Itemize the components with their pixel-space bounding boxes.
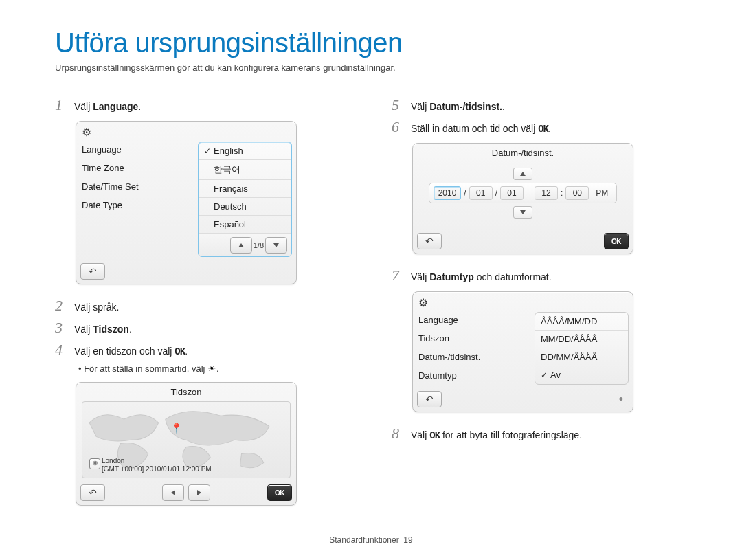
timezone-label: ❄ London [GMT +00:00] 2010/01/01 12:00 P… — [102, 457, 212, 473]
step-number: 8 — [392, 425, 404, 443]
dst-icon[interactable]: ❄ — [89, 458, 100, 469]
world-map[interactable]: 📍 ❄ London [GMT +00:00] 2010/01/01 12:00… — [82, 401, 291, 478]
value-up-button[interactable] — [513, 168, 532, 180]
step-3: 3 Välj Tidszon. — [55, 319, 350, 337]
chevron-down-icon — [273, 243, 279, 247]
settings-list: Language Time Zone Date/Time Set Date Ty… — [76, 140, 198, 260]
option-item[interactable]: ✓Av — [535, 366, 628, 383]
screen-datetype: ⚙ Language Tidszon Datum-/tidsinst. Datu… — [412, 291, 633, 412]
back-icon: ↶ — [425, 236, 434, 247]
page-down-button[interactable] — [265, 237, 287, 254]
step-1: 1 Välj Language. — [55, 96, 350, 114]
option-item[interactable]: 한국어 — [199, 160, 291, 180]
next-button[interactable] — [188, 484, 210, 501]
list-item[interactable]: Datumtyp — [418, 366, 532, 385]
screen-timezone: Tidszon 📍 ❄ London — [76, 382, 297, 506]
step-number: 6 — [392, 118, 404, 136]
chevron-right-icon — [197, 490, 201, 495]
step-number: 3 — [55, 319, 67, 337]
back-icon: ↶ — [89, 266, 97, 277]
back-icon: ↶ — [89, 487, 97, 498]
month-field[interactable]: 01 — [469, 186, 493, 200]
settings-list: Language Tidszon Datum-/tidsinst. Datumt… — [413, 311, 535, 388]
page-up-button[interactable] — [230, 237, 252, 254]
step-number: 5 — [392, 96, 404, 114]
step-8: 8 Välj OK för att byta till fotograferin… — [392, 425, 687, 443]
check-icon: ✓ — [541, 370, 548, 380]
back-button[interactable]: ↶ — [80, 484, 105, 501]
chevron-down-icon — [520, 210, 526, 214]
step-2: 2 Välj språk. — [55, 297, 350, 315]
check-icon: ✓ — [204, 146, 211, 156]
option-item[interactable]: ÅÅÅÅ/MM/DD — [535, 313, 628, 331]
screen-title: Datum-/tidsinst. — [413, 144, 633, 159]
page-footer: Standardfunktioner 19 — [0, 535, 742, 545]
minute-field[interactable]: 00 — [565, 186, 589, 200]
back-button[interactable]: ↶ — [417, 233, 442, 249]
step-number: 4 — [55, 341, 67, 359]
option-item[interactable]: Français — [199, 180, 291, 198]
ok-icon: OK — [429, 430, 440, 441]
pager-label: 1/8 — [254, 241, 264, 249]
back-button[interactable]: ↶ — [80, 263, 105, 280]
datetime-fields: 2010 / 01 / 01 12 : 00 PM — [429, 183, 618, 203]
ok-icon: OK — [175, 346, 185, 357]
list-item[interactable]: Language — [418, 311, 532, 329]
pager: 1/8 — [199, 234, 291, 256]
back-button[interactable]: ↶ — [417, 391, 442, 407]
datetype-options: ÅÅÅÅ/MM/DD MM/DD/ÅÅÅÅ DD/MM/ÅÅÅÅ ✓Av — [535, 312, 629, 385]
ok-button[interactable]: OK — [604, 233, 629, 249]
step-6: 6 Ställ in datum och tid och välj OK. — [392, 118, 687, 136]
sun-icon: ☀ — [207, 363, 216, 374]
day-field[interactable]: 01 — [500, 186, 524, 200]
gear-icon: ⚙ — [418, 297, 428, 309]
hour-field[interactable]: 12 — [535, 186, 558, 200]
gear-icon: ⚙ — [82, 126, 91, 138]
list-item[interactable]: Tidszon — [418, 329, 532, 348]
step-number: 7 — [392, 267, 404, 284]
ok-icon: OK — [538, 124, 548, 135]
list-item[interactable]: Language — [82, 140, 195, 159]
step-7: 7 Välj Datumtyp och datumformat. — [392, 267, 687, 284]
option-item[interactable]: Español — [199, 216, 291, 234]
page-title: Utföra ursprungsinställningen — [55, 27, 687, 58]
chevron-up-icon — [520, 172, 526, 176]
step-number: 1 — [55, 96, 67, 114]
page-indicator: • — [619, 392, 629, 407]
language-options: ✓English 한국어 Français Deutsch Español 1/… — [198, 142, 292, 257]
value-down-button[interactable] — [513, 206, 532, 219]
screen-language: ⚙ Language Time Zone Date/Time Set Date … — [76, 121, 297, 284]
list-item[interactable]: Date/Time Set — [82, 177, 195, 196]
prev-button[interactable] — [162, 484, 184, 501]
ampm-field[interactable]: PM — [592, 187, 612, 199]
option-item[interactable]: MM/DD/ÅÅÅÅ — [535, 331, 628, 348]
step-4: 4 Välj en tidszon och välj OK. — [55, 341, 350, 359]
screen-datetime: Datum-/tidsinst. 2010 / 01 / 01 12 : — [412, 143, 633, 254]
list-item[interactable]: Datum-/tidsinst. — [418, 348, 532, 366]
list-item[interactable]: Date Type — [82, 196, 195, 214]
option-item[interactable]: ✓English — [199, 142, 291, 160]
option-item[interactable]: DD/MM/ÅÅÅÅ — [535, 348, 628, 366]
page-subtitle: Urpsrungsinställningsskärmen gör att du … — [55, 63, 687, 73]
screen-title: Tidszon — [76, 383, 296, 399]
step-4-sub: För att ställa in sommartid, välj ☀. — [78, 363, 350, 374]
year-field[interactable]: 2010 — [434, 186, 462, 200]
step-number: 2 — [55, 297, 67, 315]
map-pin-icon: 📍 — [170, 423, 182, 434]
ok-button[interactable]: OK — [267, 484, 292, 501]
option-item[interactable]: Deutsch — [199, 198, 291, 216]
step-5: 5 Välj Datum-/tidsinst.. — [392, 96, 687, 114]
back-icon: ↶ — [425, 394, 434, 405]
chevron-up-icon — [238, 243, 244, 247]
chevron-left-icon — [171, 490, 175, 495]
list-item[interactable]: Time Zone — [82, 159, 195, 177]
